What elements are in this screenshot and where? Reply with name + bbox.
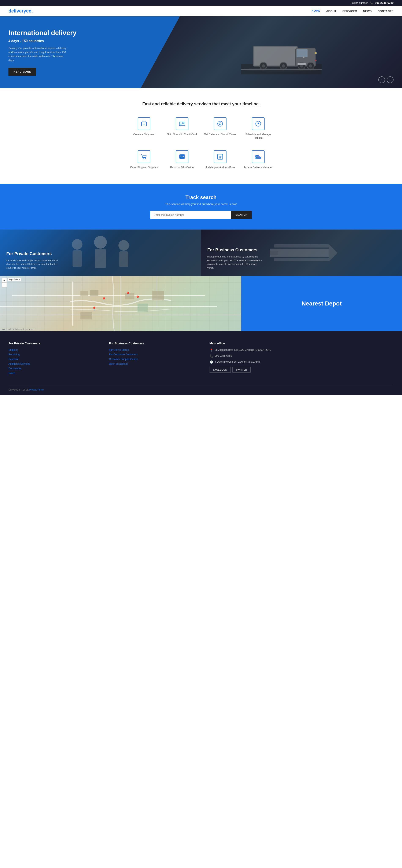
map-controls: + − [2,278,7,287]
svg-point-50 [257,157,259,159]
privacy-policy-link[interactable]: Privacy Policy [29,389,44,391]
nearest-depot-title: Nearest Depot [302,300,342,307]
logo-text: delivery [8,8,26,14]
footer-phone-row: 📞 800-2345-6789 [209,354,394,358]
service-manage-pickups[interactable]: Schedule and Manage Pickups [241,117,275,140]
service-delivery-manager[interactable]: Access Delivery Manager [241,150,275,169]
track-input[interactable] [150,211,231,219]
map-pin-1: 📍 [101,297,107,302]
nav-services[interactable]: SERVICES [342,9,357,13]
private-customers-title: For Private Customers [6,251,61,256]
svg-rect-16 [314,60,316,61]
next-arrow[interactable]: › [387,76,394,83]
svg-rect-17 [298,63,306,65]
service-ship-credit-card[interactable]: Ship Now with Credit Card [165,117,199,140]
service-order-supplies[interactable]: Order Shipping Supplies [127,150,161,169]
phone-icon-footer: 📞 [209,354,213,358]
private-customers-content: For Private Customers It's totally pure … [6,251,61,270]
private-customers-desc: It's totally pure and simple. All you ha… [6,259,61,270]
svg-point-49 [256,157,257,159]
svg-rect-55 [95,249,106,268]
freight-silhouette [266,231,337,274]
pay-bills-icon [176,150,189,163]
create-shipment-label: Create a Shipment [133,133,155,136]
svg-point-56 [119,240,129,251]
track-title: Track search [8,194,394,200]
map-zoom-out[interactable]: − [2,283,6,287]
logo-accent: co. [26,8,33,14]
nav-home[interactable]: HOME [312,9,321,13]
hero-description: Delivery Co. provides international expr… [8,46,68,63]
footer-grid: For Private Customers Shipping Receiving… [8,342,394,376]
footer-link-receiving[interactable]: Receiving [8,353,100,356]
hero-content: International delivery 4 days - 150 coun… [0,18,85,86]
footer-link-open-account[interactable]: Open an account [109,362,201,365]
footer-link-payment[interactable]: Payment [8,358,100,361]
footer-link-shipping[interactable]: Shipping [8,348,100,351]
svg-point-39 [143,158,144,159]
service-pay-bills[interactable]: Pay your Bills Online [165,150,199,169]
svg-rect-59 [270,251,278,255]
svg-rect-58 [270,249,333,257]
map-type-map[interactable]: Map [9,278,12,281]
footer-link-additional[interactable]: Additional Services [8,362,100,365]
footer-link-rates[interactable]: Rates [8,372,100,375]
map-type-selector: Map Satellite [8,278,21,281]
svg-point-52 [72,239,82,250]
track-description: This service will help you find out wher… [8,203,394,206]
footer-link-support[interactable]: Customer Support Center [109,358,201,361]
get-rates-label: Get Rates and Transit Times [204,133,236,136]
facebook-button[interactable]: FACEBOOK [209,367,231,373]
delivery-manager-label: Access Delivery Manager [244,166,272,169]
footer-hours-row: 🕐 7 Days a week from 9:00 am to 9:00 pm [209,360,394,364]
map-section: 📍 📍 📍 📍 + − Map Satellite Map data ©2016… [0,276,402,331]
read-more-button[interactable]: READ MORE [8,68,36,76]
hero-title: International delivery [8,29,76,37]
ship-credit-icon [176,117,189,130]
svg-rect-57 [119,251,128,267]
twitter-button[interactable]: TWITTER [232,367,250,373]
nav-about[interactable]: ABOUT [326,9,337,13]
order-supplies-label: Order Shipping Supplies [130,166,158,169]
manage-pickups-label: Schedule and Manage Pickups [241,133,275,140]
svg-point-54 [94,236,107,249]
ship-credit-label: Ship Now with Credit Card [167,133,197,136]
nav-contacts[interactable]: CONTACTS [378,9,394,13]
private-customers-card[interactable]: For Private Customers It's totally pure … [0,229,201,276]
service-create-shipment[interactable]: Create a Shipment [127,117,161,140]
footer-address-row: 📍 28 Jackson Blvd Ste 1020 Chicago IL 60… [209,348,394,352]
prev-arrow[interactable]: ‹ [378,76,385,83]
business-customers-card[interactable]: For Business Customers Manage your time … [201,229,402,276]
svg-point-38 [258,123,259,124]
logo[interactable]: deliveryco. [8,8,33,14]
service-get-rates[interactable]: Get Rates and Transit Times [203,117,237,140]
hotline-label: Hotline number: [350,1,368,4]
track-section: Track search This service will help you … [0,184,402,229]
svg-point-7 [262,64,265,67]
service-address-book[interactable]: @ Update your Address Book [203,150,237,169]
svg-rect-61 [274,244,329,248]
create-shipment-icon [138,117,150,130]
nearest-depot-panel: Nearest Depot [241,276,402,331]
svg-rect-3 [254,47,297,65]
footer-phone: 800-2345-6789 [215,354,232,357]
people-silhouettes [65,231,136,274]
svg-rect-62 [274,258,329,261]
track-search-button[interactable]: SEARCH [231,211,252,219]
map-zoom-in[interactable]: + [2,278,6,283]
order-supplies-icon [138,150,150,163]
social-buttons: FACEBOOK TWITTER [209,367,394,373]
footer-link-corporate[interactable]: For Corporate Customers [109,353,201,356]
svg-text:✦: ✦ [302,55,305,59]
nav-news[interactable]: NEWS [363,9,372,13]
address-book-icon: @ [214,150,227,163]
svg-point-40 [145,158,146,159]
footer-link-online-stores[interactable]: For Online Stores [109,348,201,351]
footer-business-col: For Business Customers For Online Stores… [109,342,201,376]
footer-office-col: Main office 📍 28 Jackson Blvd Ste 1020 C… [209,342,394,376]
footer-link-documents[interactable]: Documents [8,367,100,370]
phone-icon: 📞 [370,1,373,4]
map-container[interactable]: 📍 📍 📍 📍 + − Map Satellite Map data ©2016… [0,276,241,331]
services-section: Fast and reliable delivery services that… [0,88,402,184]
map-type-satellite[interactable]: Satellite [13,278,20,281]
